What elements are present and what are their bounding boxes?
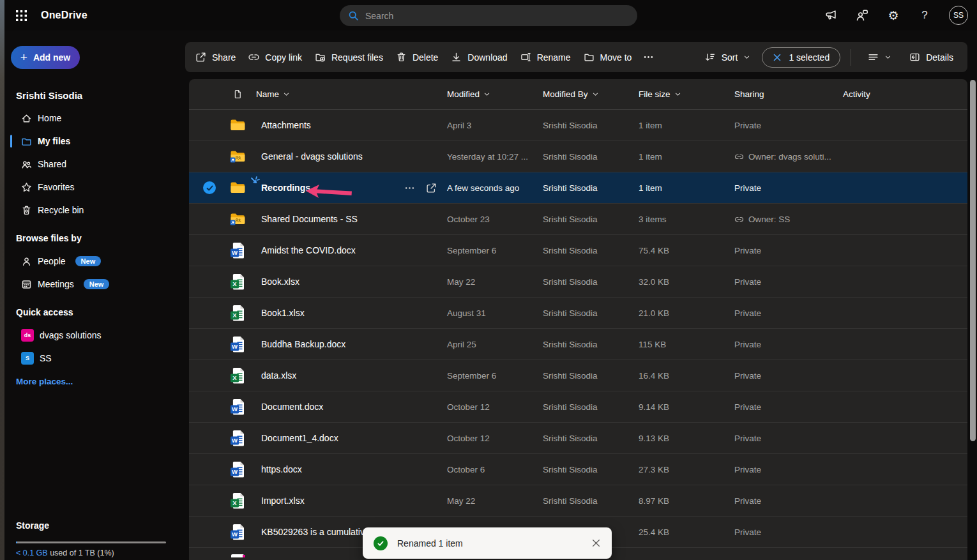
more-places-link[interactable]: More places... [16, 377, 185, 386]
sidebar-nav: Home My files Shared Favorites Recycle b… [4, 107, 185, 222]
details-button[interactable]: Details [903, 42, 960, 72]
file-name[interactable]: Amidst the COVID.docx [255, 245, 356, 255]
file-row[interactable]: X Book1.xlsx August 31 Srishti Sisodia 2… [189, 298, 967, 329]
sidebar-item-recycle-bin[interactable]: Recycle bin [4, 199, 185, 222]
modified-cell: October 6 [442, 465, 538, 474]
command-bar-right: Sort 1 selected Details [699, 42, 960, 72]
modified-cell: A few seconds ago [442, 183, 538, 193]
sidebar-item-my-files[interactable]: My files [4, 130, 185, 153]
file-name[interactable]: data.xlsx [255, 370, 296, 381]
column-header-sharing[interactable]: Sharing [729, 89, 838, 99]
svg-text:X: X [232, 499, 237, 506]
file-name[interactable]: General - dvags solutions [255, 151, 363, 162]
file-name[interactable]: KB5029263 is a cumulative [255, 527, 370, 537]
scrollbar-handle[interactable] [970, 80, 976, 441]
file-name[interactable]: Buddha Backup.docx [255, 339, 345, 349]
selection-pill[interactable]: 1 selected [762, 47, 840, 68]
scrollbar[interactable] [970, 80, 976, 560]
modified-by-cell: Srishti Sisodia [538, 496, 633, 506]
request-files-button[interactable]: Request files [308, 42, 390, 72]
row-more-options-icon[interactable] [404, 183, 415, 193]
sharing-cell: Private [729, 246, 838, 255]
file-name[interactable]: Recordings [255, 183, 310, 193]
sharing-cell: Private [729, 527, 838, 537]
file-row[interactable]: W https.docx October 6 Srishti Sisodia 2… [189, 454, 967, 485]
delete-button[interactable]: Delete [390, 42, 444, 72]
file-row[interactable]: Shared Documents - SS October 23 Srishti… [189, 204, 967, 235]
file-row[interactable]: W Document1_4.docx October 12 Srishti Si… [189, 423, 967, 454]
file-row[interactable]: X Book.xlsx May 22 Srishti Sisodia 32.0 … [189, 266, 967, 298]
quick-access-label: SS [40, 353, 52, 363]
file-name[interactable]: Shared Documents - SS [255, 214, 358, 224]
file-row[interactable]: Attachments April 3 Srishti Sisodia 1 it… [189, 110, 967, 141]
file-name[interactable]: Attachments [255, 120, 311, 130]
feedback-icon[interactable] [855, 8, 869, 22]
file-name[interactable]: https.docx [255, 464, 302, 474]
copy-link-button[interactable]: Copy link [242, 42, 308, 72]
column-header-modified-by[interactable]: Modified By [538, 89, 633, 99]
row-share-icon[interactable] [426, 183, 437, 193]
folder-shared-icon [230, 213, 246, 225]
sidebar-item-shared[interactable]: Shared [4, 153, 185, 176]
star-icon [21, 182, 32, 193]
add-new-button[interactable]: + Add new [11, 46, 80, 69]
app-title: OneDrive [41, 10, 87, 21]
quick-access-item-1[interactable]: S SS [4, 347, 185, 370]
share-button[interactable]: Share [189, 42, 242, 72]
file-row[interactable]: General - dvags solutions Yesterday at 1… [189, 141, 967, 172]
download-button[interactable]: Download [444, 42, 513, 72]
file-row[interactable]: Recordings A few seconds ago Srishti Sis… [189, 172, 967, 204]
settings-icon[interactable]: ⚙ [886, 8, 900, 22]
sharing-cell: Private [729, 402, 838, 412]
sidebar-browse: People New Meetings New [4, 250, 185, 296]
sharing-label: Private [734, 183, 761, 193]
file-size-cell: 16.4 KB [633, 371, 729, 381]
sidebar-item-home[interactable]: Home [4, 107, 185, 130]
column-header-file-size[interactable]: File size [633, 89, 729, 99]
folder-shared-icon [230, 150, 246, 163]
search-input[interactable] [365, 11, 629, 21]
selected-check-icon[interactable] [203, 181, 216, 194]
sort-button[interactable]: Sort [699, 42, 757, 72]
file-row[interactable]: W Amidst the COVID.docx September 6 Sris… [189, 235, 967, 266]
modified-by-cell: Srishti Sisodia [538, 308, 633, 318]
file-name[interactable]: Document.docx [255, 402, 323, 412]
column-header-modified[interactable]: Modified [442, 89, 538, 99]
view-options-button[interactable] [861, 42, 898, 72]
storage-usage-text: < 0.1 GB used of 1 TB (1%) [16, 549, 169, 560]
column-header-name[interactable]: Name [250, 89, 442, 99]
word-icon: W [231, 461, 245, 478]
toast-close-icon[interactable] [591, 538, 601, 548]
help-icon[interactable]: ? [918, 8, 932, 22]
avatar[interactable]: SS [949, 6, 968, 25]
sort-label: Sort [722, 52, 738, 63]
quick-access-item-0[interactable]: ds dvags solutions [4, 324, 185, 347]
file-list-card: Name Modified Modified By File size Shar… [189, 79, 967, 560]
sidebar-item-people[interactable]: People New [4, 250, 185, 273]
column-header-activity[interactable]: Activity [838, 89, 967, 99]
modified-cell: May 22 [442, 277, 538, 287]
svg-text:W: W [232, 468, 238, 475]
sharing-label: Private [734, 496, 761, 506]
excel-icon: X [231, 305, 245, 322]
file-row[interactable]: W Document.docx October 12 Srishti Sisod… [189, 391, 967, 423]
app-launcher-icon[interactable] [10, 4, 32, 26]
file-name[interactable]: Book1.xlsx [255, 308, 305, 318]
sidebar-item-label: Favorites [38, 182, 75, 192]
file-name[interactable]: Import.xlsx [255, 496, 305, 506]
search-bar[interactable] [340, 5, 637, 26]
file-row[interactable]: X data.xlsx September 6 Srishti Sisodia … [189, 360, 967, 391]
file-name[interactable]: Book.xlsx [255, 276, 299, 287]
more-commands-button[interactable] [638, 42, 659, 72]
file-size-cell: 1 item [633, 152, 729, 162]
calendar-icon [21, 279, 32, 290]
file-row[interactable]: X Import.xlsx May 22 Srishti Sisodia 8.9… [189, 485, 967, 517]
sidebar-item-meetings[interactable]: Meetings New [4, 273, 185, 296]
announcements-icon[interactable] [824, 8, 838, 22]
sidebar-item-favorites[interactable]: Favorites [4, 176, 185, 199]
file-name[interactable]: Document1_4.docx [255, 433, 338, 443]
sharing-label: Private [734, 434, 761, 443]
file-row[interactable]: W Buddha Backup.docx April 25 Srishti Si… [189, 329, 967, 360]
rename-button[interactable]: Rename [514, 42, 577, 72]
move-to-button[interactable]: Move to [577, 42, 639, 72]
